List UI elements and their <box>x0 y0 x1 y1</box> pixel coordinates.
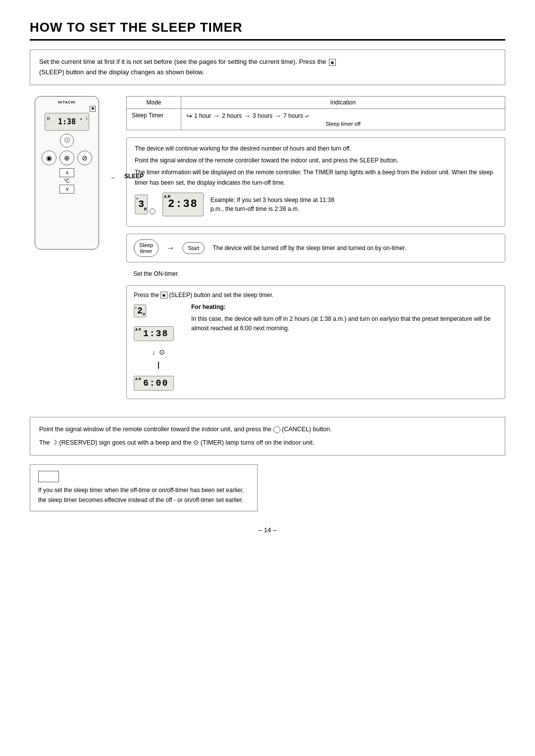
flow-arrow: → <box>166 244 174 252</box>
heating-time-val-2: 6:00 <box>143 378 168 388</box>
example-text: Example: If you set 3 hours sleep time a… <box>211 196 349 213</box>
remote-icons: + ☽ <box>80 116 88 121</box>
remote-btn-left[interactable]: ◉ <box>42 151 56 165</box>
heating-am-2: AM <box>135 377 142 381</box>
timer-flow-cell: ↪ 1 hour → 2 hours → 3 hours → 1 hour → … <box>181 108 505 130</box>
mode-h-label: H <box>144 206 147 213</box>
sleep-arrow: ← <box>110 174 116 181</box>
remote-lcd-display: H 1:38 + ☽ <box>45 113 89 131</box>
sleep-label: SLEEP <box>124 173 144 180</box>
indication-col-header: Indication <box>181 96 505 108</box>
time-display: AM 2:38 <box>162 193 204 216</box>
heating-grid: ▪ 2 H AM ▪ 1:38 ↓ ⊙ <box>134 302 498 393</box>
main-content: HITACHI ✱ H 1:38 + ☽ ⓘ ◉ ⊕ ⊘ <box>30 96 505 406</box>
set-on-timer-text: Set the ON-timer. <box>126 267 505 280</box>
heating-displays: ▪ 2 H AM ▪ 1:38 ↓ ⊙ <box>134 302 183 393</box>
remote-top-icon: ✱ <box>90 106 96 112</box>
mode-indication-table: Mode Indication Sleep Timer ↪ 1 hour → 2… <box>126 96 505 130</box>
heating-time-2: AM 6:00 <box>134 376 174 391</box>
remote-h-label: H <box>47 116 50 121</box>
remote-temp-up[interactable]: ∧ <box>59 168 74 177</box>
sleep-timer-btn[interactable]: Sleeptimer <box>134 239 159 257</box>
desc-line3: The timer information will be displayed … <box>135 167 497 188</box>
seven-hours-text: 7 hours <box>283 112 303 119</box>
heating-desc: In this case, the device will turn off i… <box>191 314 498 333</box>
arrow-start: ↪ <box>186 112 192 120</box>
two-hours: 2 hours <box>222 112 242 119</box>
remote-btn-right[interactable]: ⊘ <box>77 151 92 165</box>
note-box: If you set the sleep timer when the off-… <box>30 464 258 511</box>
cancel-line1: Point the signal window of the remote co… <box>39 424 496 435</box>
flow-description: The device will be turned off by the sle… <box>213 244 406 252</box>
sleep-icon-inline: ✱ <box>329 59 336 66</box>
mode-square-icon: ▪ <box>136 196 138 203</box>
sleep-timer-label: Sleep Timer <box>127 108 181 130</box>
heating-sq-icon: ▪ <box>135 327 139 332</box>
vertical-bar: | <box>134 361 183 369</box>
remote-area: HITACHI ✱ H 1:38 + ☽ ⓘ ◉ ⊕ ⊘ <box>30 96 116 406</box>
remote-celsius: °C <box>64 178 69 184</box>
display-row-2: AM ▪ 1:38 <box>134 326 183 341</box>
heating-time-1: AM ▪ 1:38 <box>134 326 174 341</box>
mode-num-display: ▪ 3 H <box>135 195 148 214</box>
time-value: 2:38 <box>168 198 198 210</box>
press-sleep-text: Press the ✱ (SLEEP) button and set the s… <box>134 292 498 299</box>
reserved-icon: ☽ <box>52 439 57 446</box>
timer-flow: ↪ 1 hour → 2 hours → 3 hours → 1 hour → … <box>186 112 500 120</box>
page-number: – 14 – <box>30 526 505 534</box>
mode-col-header: Mode <box>127 96 181 108</box>
description-box: The device will continue working for the… <box>126 137 505 227</box>
for-heating-label: For heating: <box>191 302 498 312</box>
arrow-bracket: ⌐ <box>305 112 309 120</box>
heating-time-val-1: 1:38 <box>143 329 168 339</box>
display-row-1: ▪ 2 H <box>134 304 183 317</box>
desc-line1: The device will continue working for the… <box>135 144 497 153</box>
intro-box: Set the current time at first if it is n… <box>30 50 505 85</box>
example-circle <box>150 208 156 214</box>
three-hours: 3 hours <box>253 112 272 119</box>
heating-mode-num: ▪ 2 H <box>134 304 146 317</box>
arrow3: → <box>274 112 281 120</box>
page-title: HOW TO SET THE SLEEP TIMER <box>30 20 505 41</box>
cancel-box: Point the signal window of the remote co… <box>30 417 505 455</box>
note-text: If you set the sleep timer when the off-… <box>38 485 249 505</box>
note-header-label <box>38 471 59 482</box>
remote-display-time: 1:38 <box>58 117 76 126</box>
timer-icon: ⊙ <box>193 439 199 446</box>
start-btn[interactable]: Start <box>182 242 205 254</box>
vertical-separator: ↓ ⊙ <box>134 348 183 356</box>
sleep-start-flow-box: Sleeptimer → Start The device will be tu… <box>126 234 505 262</box>
arrow2: → <box>244 112 251 120</box>
remote-temp-down[interactable]: ∨ <box>59 185 74 194</box>
display-example: ▪ 3 H AM 2:38 Example: If you set 3 hour… <box>135 193 497 216</box>
sleep-timer-off: Sleep timer off <box>186 121 500 127</box>
one-hour: 1 hour <box>194 112 211 119</box>
cancel-line2: The ☽ (RESERVED) sign goes out with a be… <box>39 437 496 448</box>
right-area: Mode Indication Sleep Timer ↪ 1 hour → 2… <box>126 96 505 406</box>
remote-temp-controls: ∧ °C ∨ <box>38 168 96 194</box>
am-label: AM <box>164 194 171 201</box>
intro-text2: (SLEEP) button and the display changes a… <box>39 68 204 76</box>
heating-square-icon: ▪ <box>135 305 137 310</box>
remote-mode-icon: ⓘ <box>64 137 70 144</box>
remote-buttons-row: ◉ ⊕ ⊘ <box>38 151 96 165</box>
heating-text: For heating: In this case, the device wi… <box>191 302 498 333</box>
sleep-btn-icon: ✱ <box>160 292 167 299</box>
remote-btn-center[interactable]: ⊕ <box>59 151 74 165</box>
desc-line2: Point the signal window of the remote co… <box>135 155 497 165</box>
arrow1: → <box>213 112 220 120</box>
intro-text: Set the current time at first if it is n… <box>39 58 326 65</box>
heating-h-label: H <box>143 312 145 316</box>
remote-mode-btn[interactable]: ⓘ <box>60 134 74 148</box>
remote-device: HITACHI ✱ H 1:38 + ☽ ⓘ ◉ ⊕ ⊘ <box>35 96 99 250</box>
cancel-circle-icon <box>273 426 280 433</box>
brand-label: HITACHI <box>38 101 96 104</box>
display-row-3: AM 6:00 <box>134 376 183 391</box>
heating-box: Press the ✱ (SLEEP) button and set the s… <box>126 285 505 400</box>
